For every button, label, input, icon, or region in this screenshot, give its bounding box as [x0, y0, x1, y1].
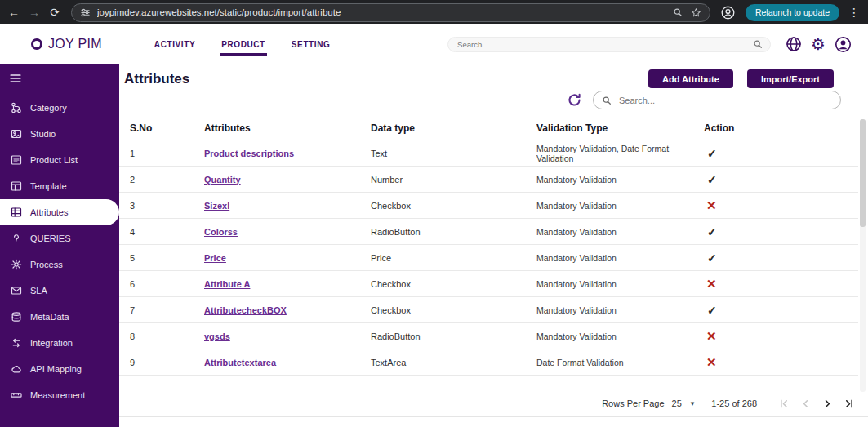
table-scrollbar[interactable]	[860, 119, 866, 392]
cell-data-type: RadioButton	[371, 227, 536, 237]
back-button[interactable]: ←	[7, 7, 21, 18]
cross-icon[interactable]: ✕	[704, 198, 717, 213]
sidebar-item-label: Studio	[30, 129, 56, 139]
table-search-input[interactable]	[617, 95, 832, 106]
first-page-button[interactable]	[776, 396, 790, 411]
nav-item-product[interactable]: PRODUCT	[220, 33, 267, 56]
sidebar-item-template[interactable]: Template	[0, 173, 119, 199]
table-row: 8vgsdsRadioButtonMandatory Validation✕	[119, 323, 858, 349]
prev-page-button[interactable]	[798, 396, 812, 411]
studio-icon	[11, 128, 22, 140]
sidebar-item-product-list[interactable]: Product List	[0, 147, 119, 173]
import-export-button[interactable]: Import/Export	[747, 69, 834, 88]
browser-menu-icon[interactable]: ⋮	[848, 6, 860, 19]
header-search-icon[interactable]	[753, 39, 763, 49]
cell-sno: 4	[130, 227, 204, 237]
sidebar-item-studio[interactable]: Studio	[0, 121, 119, 147]
table-search[interactable]	[593, 91, 841, 109]
table-row: 1Product descriptionsTextMandatory Valid…	[119, 140, 858, 167]
header-search[interactable]	[447, 37, 771, 52]
sidebar-item-measurement[interactable]: Measurement	[0, 382, 119, 408]
attribute-link[interactable]: vgsds	[204, 331, 230, 341]
cell-sno: 2	[130, 175, 204, 185]
header-icons: ⚙	[786, 36, 852, 53]
next-page-button[interactable]	[820, 396, 835, 411]
address-bar[interactable]: joypimdev.azurewebsites.net/static/produ…	[71, 3, 710, 22]
cross-icon[interactable]: ✕	[704, 329, 717, 344]
product-list-icon	[11, 154, 22, 166]
menu-icon[interactable]	[9, 72, 22, 85]
cell-validation-type: Mandatory Validation, Date Format Valida…	[536, 144, 704, 163]
sidebar-item-category[interactable]: Category	[0, 95, 119, 121]
table-row-partial	[119, 376, 858, 385]
check-icon[interactable]: ✓	[704, 147, 717, 160]
browser-chrome: ← → ⟳ joypimdev.azurewebsites.net/static…	[0, 0, 868, 24]
cell-data-type: Checkbox	[371, 305, 536, 315]
template-icon	[11, 180, 22, 192]
app-logo[interactable]: JOY PIM	[31, 37, 102, 51]
pagination-bar: Rows Per Page 25 ▾ 1-25 of 268	[602, 396, 857, 411]
table-row: 9AttributetextareaTextAreaDate Format Va…	[119, 349, 858, 376]
rows-per-page-label: Rows Per Page	[602, 398, 664, 408]
refresh-icon[interactable]	[567, 92, 582, 108]
attribute-link[interactable]: Product descriptions	[204, 149, 294, 158]
sidebar-item-api-mapping[interactable]: API Mapping	[0, 356, 119, 382]
cell-data-type: Checkbox	[371, 279, 536, 289]
forward-button[interactable]: →	[27, 7, 42, 18]
column-header-action: Action	[704, 122, 858, 134]
cell-validation-type: Mandatory Validation	[536, 175, 704, 185]
address-search-icon[interactable]	[673, 7, 683, 17]
screen: ← → ⟳ joypimdev.azurewebsites.net/static…	[0, 0, 868, 427]
last-page-button[interactable]	[842, 396, 857, 411]
sidebar: CategoryStudioProduct ListTemplateAttrib…	[0, 64, 119, 427]
attribute-link[interactable]: Price	[204, 253, 226, 263]
logo-text: JOY PIM	[48, 37, 102, 51]
attribute-link[interactable]: Colorss	[204, 227, 238, 237]
language-globe-icon[interactable]	[786, 36, 802, 52]
integration-icon	[11, 337, 22, 349]
browser-profile-icon[interactable]	[721, 6, 735, 20]
category-icon	[11, 102, 22, 113]
cross-icon[interactable]: ✕	[704, 277, 717, 291]
nav-item-activity[interactable]: ACTIVITY	[153, 33, 197, 56]
bookmark-star-icon[interactable]	[691, 7, 701, 18]
sidebar-item-attributes[interactable]: Attributes	[0, 199, 119, 225]
sidebar-item-integration[interactable]: Integration	[0, 330, 119, 356]
settings-gear-icon[interactable]: ⚙	[811, 36, 826, 52]
attributes-table: S.NoAttributesData typeValidation TypeAc…	[119, 117, 868, 385]
dropdown-caret-icon[interactable]: ▾	[691, 399, 695, 407]
cell-data-type: Number	[371, 175, 536, 185]
sidebar-item-queries[interactable]: QUERIES	[0, 225, 119, 251]
check-icon[interactable]: ✓	[704, 225, 717, 238]
cell-data-type: Checkbox	[371, 201, 536, 211]
scrollbar-thumb[interactable]	[860, 119, 866, 227]
sidebar-item-sla[interactable]: SLA	[0, 278, 119, 304]
column-header-s-no: S.No	[130, 122, 204, 134]
check-icon[interactable]: ✓	[704, 304, 717, 317]
account-icon[interactable]	[835, 36, 852, 53]
check-icon[interactable]: ✓	[704, 173, 717, 186]
attribute-link[interactable]: Quantity	[204, 175, 241, 185]
header-search-input[interactable]	[456, 39, 748, 50]
nav-item-setting[interactable]: SETTING	[290, 33, 332, 56]
check-icon[interactable]: ✓	[704, 251, 717, 265]
sidebar-item-process[interactable]: Process	[0, 251, 119, 278]
table-row: 6Attribute ACheckboxMandatory Validation…	[119, 271, 858, 297]
add-attribute-button[interactable]: Add Attribute	[648, 69, 733, 88]
sidebar-item-metadata[interactable]: MetaData	[0, 304, 119, 330]
attribute-link[interactable]: Sizexl	[204, 201, 229, 211]
attribute-link[interactable]: Attribute A	[204, 279, 250, 289]
attributes-icon	[11, 207, 22, 218]
rows-per-page-select[interactable]: 25	[672, 398, 682, 408]
api-mapping-icon	[11, 363, 22, 375]
sidebar-item-label: SLA	[30, 286, 47, 296]
attribute-link[interactable]: Attributetextarea	[204, 358, 276, 367]
cross-icon[interactable]: ✕	[704, 355, 717, 370]
reload-button[interactable]: ⟳	[47, 7, 62, 18]
cell-sno: 1	[130, 149, 204, 158]
cell-sno: 8	[130, 331, 204, 341]
attribute-link[interactable]: AttributecheckBOX	[204, 305, 287, 315]
site-info-icon[interactable]	[80, 7, 91, 18]
relaunch-button[interactable]: Relaunch to update	[746, 4, 839, 21]
sidebar-item-label: Attributes	[30, 207, 68, 217]
